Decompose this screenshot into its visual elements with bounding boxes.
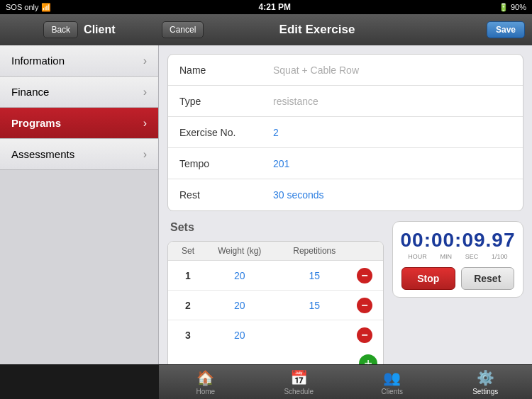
- sidebar-item-label-information: Information: [11, 55, 65, 67]
- sidebar-item-programs[interactable]: Programs›: [0, 108, 158, 139]
- cancel-button[interactable]: Cancel: [162, 21, 204, 38]
- sidebar-item-label-assessments: Assessments: [11, 148, 74, 160]
- delete-set-button[interactable]: −: [357, 327, 372, 343]
- delete-set-button[interactable]: −: [357, 268, 372, 283]
- status-bar-time: 4:21 PM: [259, 2, 291, 12]
- sidebar: Information›Finance›Programs›Assessments…: [0, 45, 159, 364]
- tab-label-home: Home: [196, 388, 215, 395]
- form-label: Rest: [168, 182, 267, 208]
- tab-label-schedule: Schedule: [284, 388, 314, 395]
- sets-table: Set Weight (kg) Repetitions 1 20 15 − 2 …: [167, 241, 384, 364]
- schedule-icon: 📅: [290, 369, 308, 386]
- delete-set-button[interactable]: −: [357, 298, 372, 313]
- carrier-text: SOS only 📶: [6, 3, 51, 12]
- tab-bar: 🏠 Home 📅 Schedule 👥 Clients ⚙️ Settings: [0, 364, 532, 399]
- form-row-exercise-no.: Exercise No.2: [168, 117, 523, 148]
- cell-weight[interactable]: 20: [202, 270, 277, 281]
- nav-title: Edit Exercise: [279, 23, 355, 37]
- status-bar-right: 🔋 90%: [499, 3, 526, 12]
- sidebar-item-information[interactable]: Information›: [0, 45, 158, 77]
- nav-right: Save: [475, 21, 532, 38]
- form-value: 30 seconds: [267, 182, 523, 208]
- header-set: Set: [174, 246, 202, 256]
- tab-item-home[interactable]: 🏠 Home: [159, 365, 253, 399]
- timer-label-min: MIN: [440, 253, 453, 260]
- form-label: Type: [168, 89, 267, 114]
- form-label: Exercise No.: [168, 120, 267, 145]
- timer-area: 00:00:09.97 HOUR MIN SEC 1/100 Stop Rese…: [392, 221, 523, 364]
- sidebar-item-assessments[interactable]: Assessments›: [0, 139, 158, 170]
- sets-section: Sets Set Weight (kg) Repetitions 1 20 15…: [167, 221, 523, 364]
- tab-label-clients: Clients: [381, 388, 403, 395]
- timer-label-hour: HOUR: [408, 253, 427, 260]
- form-label: Name: [168, 57, 267, 83]
- table-row: 3 20 −: [168, 320, 383, 350]
- home-icon: 🏠: [196, 369, 214, 386]
- header-del: [352, 246, 377, 256]
- sidebar-item-label-finance: Finance: [11, 86, 49, 98]
- timer-buttons: Stop Reset: [401, 267, 514, 290]
- form-row-type: Typeresistance: [168, 86, 523, 117]
- main-area: Information›Finance›Programs›Assessments…: [0, 45, 532, 364]
- chevron-icon: ›: [143, 55, 147, 67]
- cell-reps[interactable]: 15: [277, 270, 353, 281]
- sets-header: Set Weight (kg) Repetitions: [168, 242, 383, 261]
- form-row-name: NameSquat + Cable Row: [168, 55, 523, 86]
- status-bar-left: SOS only 📶: [6, 3, 51, 12]
- clients-icon: 👥: [383, 369, 401, 386]
- timer-label-sec: SEC: [465, 253, 479, 260]
- timer-reset-button[interactable]: Reset: [461, 267, 515, 290]
- cell-weight[interactable]: 20: [202, 300, 277, 311]
- cell-weight[interactable]: 20: [202, 330, 277, 341]
- nav-bar: Back Client Cancel Edit Exercise Save: [0, 14, 532, 45]
- cell-delete: −: [352, 327, 377, 343]
- settings-icon: ⚙️: [477, 369, 494, 386]
- exercise-form-table: NameSquat + Cable RowTyperesistanceExerc…: [167, 54, 523, 211]
- timer-box: 00:00:09.97 HOUR MIN SEC 1/100 Stop Rese…: [392, 221, 523, 298]
- timer-label-hundredths: 1/100: [492, 253, 508, 260]
- cell-set-number: 2: [174, 300, 202, 311]
- add-set-row: +: [168, 350, 383, 364]
- tab-label-settings: Settings: [472, 388, 498, 395]
- tab-bar-spacer: [0, 365, 159, 399]
- timer-labels: HOUR MIN SEC 1/100: [401, 253, 514, 260]
- chevron-icon: ›: [143, 148, 147, 161]
- nav-client-title: Client: [84, 23, 115, 36]
- tab-item-schedule[interactable]: 📅 Schedule: [253, 365, 346, 399]
- tab-item-settings[interactable]: ⚙️ Settings: [439, 365, 533, 399]
- tab-items-container: 🏠 Home 📅 Schedule 👥 Clients ⚙️ Settings: [159, 365, 532, 399]
- sidebar-item-finance[interactable]: Finance›: [0, 77, 158, 108]
- tab-item-clients[interactable]: 👥 Clients: [345, 365, 439, 399]
- nav-left: Back Client: [0, 21, 159, 38]
- nav-center: Edit Exercise: [159, 23, 475, 37]
- table-row: 2 20 15 −: [168, 291, 383, 320]
- form-value: 2: [267, 120, 523, 145]
- chevron-icon: ›: [143, 86, 147, 99]
- save-button[interactable]: Save: [487, 21, 525, 38]
- form-value[interactable]: resistance: [267, 89, 523, 114]
- form-label: Tempo: [168, 151, 267, 176]
- sets-rows-container: 1 20 15 − 2 20 15 − 3 20 −: [168, 261, 383, 350]
- header-reps: Repetitions: [277, 246, 353, 256]
- cell-delete: −: [352, 268, 377, 283]
- form-row-tempo: Tempo201: [168, 148, 523, 179]
- table-row: 1 20 15 −: [168, 261, 383, 291]
- form-row-rest: Rest30 seconds: [168, 179, 523, 210]
- sets-table-area: Sets Set Weight (kg) Repetitions 1 20 15…: [167, 221, 384, 364]
- chevron-icon: ›: [143, 117, 147, 130]
- content-area: NameSquat + Cable RowTyperesistanceExerc…: [159, 45, 532, 364]
- sidebar-item-label-programs: Programs: [11, 117, 61, 129]
- status-bar: SOS only 📶 4:21 PM 🔋 90%: [0, 0, 532, 14]
- battery-text: 🔋 90%: [499, 3, 526, 12]
- form-value[interactable]: Squat + Cable Row: [267, 57, 523, 83]
- cell-reps[interactable]: 15: [277, 300, 353, 311]
- cell-delete: −: [352, 298, 377, 313]
- timer-display: 00:00:09.97: [401, 229, 516, 252]
- add-set-button[interactable]: +: [359, 354, 377, 364]
- cell-set-number: 3: [174, 330, 202, 341]
- timer-stop-button[interactable]: Stop: [401, 267, 455, 290]
- back-button[interactable]: Back: [43, 21, 78, 38]
- header-weight: Weight (kg): [202, 246, 277, 256]
- cell-set-number: 1: [174, 270, 202, 281]
- form-value: 201: [267, 151, 523, 176]
